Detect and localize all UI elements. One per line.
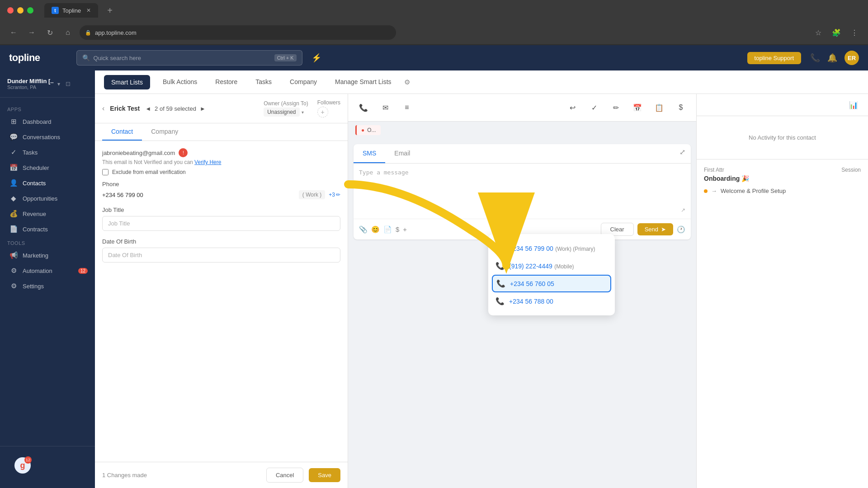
sidebar-item-contacts[interactable]: 👤 Contacts: [2, 175, 93, 191]
sidebar-item-opportunities[interactable]: ◆ Opportunities: [2, 191, 93, 206]
maximize-window-btn[interactable]: [27, 7, 33, 14]
sidebar-item-scheduler[interactable]: 📅 Scheduler: [2, 160, 93, 175]
phone-popup-item-4[interactable]: 📞 +234 56 788 00: [488, 292, 615, 310]
schedule-icon[interactable]: 🕐: [677, 225, 685, 234]
sidebar-item-conversations[interactable]: 💬 Conversations: [2, 129, 93, 145]
refresh-button[interactable]: ↻: [43, 26, 56, 39]
first-attr-label: First Attr: [704, 167, 724, 173]
search-box[interactable]: 🔍 Quick search here Ctrl + K: [76, 50, 302, 66]
support-button[interactable]: topline Support: [747, 52, 801, 64]
marketing-icon: 📢: [9, 251, 18, 259]
back-button[interactable]: ←: [7, 26, 20, 39]
phone-edit-icon[interactable]: ✏: [336, 192, 340, 198]
browser-tab[interactable]: t Topline ✕: [44, 3, 98, 18]
panel-header: ‹ Erick Test ◄ 2 of 59 selected ► Owner …: [95, 94, 348, 123]
tab-smart-lists[interactable]: Smart Lists: [104, 75, 150, 89]
email-action-icon[interactable]: ✉: [377, 99, 393, 116]
alert-icon-1: ●: [361, 127, 364, 133]
user-avatar[interactable]: ER: [844, 51, 859, 65]
close-window-btn[interactable]: [7, 7, 14, 14]
job-title-input[interactable]: [102, 216, 340, 231]
more-menu-icon[interactable]: ⋮: [848, 26, 861, 39]
expand-icon: ↗: [359, 207, 685, 213]
sidebar-item-contracts[interactable]: 📄 Contracts: [2, 221, 93, 237]
panel-back-button[interactable]: ‹: [102, 104, 104, 113]
followers-add-button[interactable]: +: [317, 107, 328, 117]
tab-tasks[interactable]: Tasks: [250, 72, 277, 93]
guidde-g-icon: g: [20, 461, 25, 470]
layout-icon[interactable]: ⊡: [66, 80, 71, 87]
task-action-icon[interactable]: ✓: [586, 99, 602, 116]
no-activity-text: No Activity for this contact: [706, 134, 859, 141]
sidebar-item-marketing[interactable]: 📢 Marketing: [2, 248, 93, 263]
tab-close-icon[interactable]: ✕: [86, 7, 91, 14]
owner-value[interactable]: Unassigned: [264, 108, 299, 117]
panel-tabs: Contact Company: [95, 123, 348, 141]
selection-next-icon[interactable]: ►: [200, 105, 206, 112]
selection-prev-icon[interactable]: ◄: [145, 105, 151, 112]
sidebar-guidde-widget[interactable]: g 12: [0, 450, 95, 481]
bell-icon[interactable]: 🔔: [827, 53, 837, 63]
panel-tab-contact[interactable]: Contact: [102, 123, 142, 141]
exclude-checkbox[interactable]: [102, 169, 108, 175]
call-action-icon[interactable]: 📞: [355, 99, 372, 116]
phone-popup-item-2[interactable]: 📞 (919) 222-4449 (Mobile): [488, 257, 615, 275]
tab-manage-smart-lists[interactable]: Manage Smart Lists: [330, 72, 397, 93]
app-header: topline 🔍 Quick search here Ctrl + K ⚡ t…: [0, 45, 868, 70]
owner-dropdown-icon[interactable]: ▾: [302, 110, 304, 115]
phone-popup-item-1[interactable]: 📞 +234 56 799 00 (Work) (Primary): [488, 239, 615, 257]
dob-input[interactable]: [102, 248, 340, 263]
sidebar-item-revenue[interactable]: 💰 Revenue: [2, 206, 93, 221]
cancel-button[interactable]: Cancel: [266, 468, 303, 483]
onboarding-arrow-icon: →: [711, 188, 717, 194]
sms-tabs: SMS Email ⤢: [354, 144, 691, 164]
sms-tab[interactable]: SMS: [354, 144, 385, 163]
calendar-action-icon[interactable]: 📅: [629, 99, 646, 116]
phone-popup-item-3-highlighted[interactable]: 📞 +234 56 760 05: [492, 275, 611, 292]
plus-icon[interactable]: +: [403, 225, 407, 233]
chart-icon[interactable]: 📊: [846, 98, 861, 112]
minimize-window-btn[interactable]: [17, 7, 24, 14]
payment-action-icon[interactable]: $: [673, 99, 689, 116]
org-selector[interactable]: Dunder Mifflin [.. Scranton, PA ▾ ⊡: [0, 78, 95, 98]
bookmark-icon[interactable]: ☆: [812, 26, 825, 39]
menu-action-icon[interactable]: ≡: [399, 99, 415, 116]
tab-company[interactable]: Company: [284, 72, 322, 93]
phone-header-icon[interactable]: 📞: [810, 53, 820, 63]
phone-add-button[interactable]: +3 ✏: [329, 192, 340, 198]
org-chevron-icon: ▾: [57, 81, 60, 87]
address-bar[interactable]: 🔒 app.topline.com: [80, 25, 396, 40]
settings-gear-icon[interactable]: ⚙: [404, 78, 410, 86]
verify-here-link[interactable]: Verify Here: [194, 159, 221, 165]
document-icon[interactable]: 📄: [383, 225, 392, 234]
toolbar-right: ☆ 🧩 ⋮: [812, 26, 861, 39]
edit-action-icon[interactable]: ✏: [608, 99, 624, 116]
send-button[interactable]: Send ➤: [637, 223, 673, 235]
sms-textarea[interactable]: [359, 169, 685, 205]
email-tab[interactable]: Email: [385, 144, 419, 163]
sidebar-item-settings[interactable]: ⚙ Settings: [2, 278, 93, 294]
phone-type-2: (Mobile): [554, 263, 574, 270]
sidebar-item-automation[interactable]: ⚙ Automation 12: [2, 263, 93, 278]
forward-button[interactable]: →: [25, 26, 38, 39]
panel-tab-company[interactable]: Company: [142, 123, 187, 141]
emoji-icon[interactable]: 😊: [371, 225, 380, 234]
tab-restore[interactable]: Restore: [210, 72, 243, 93]
send-icon: ➤: [661, 226, 666, 233]
expand-sms-icon[interactable]: ⤢: [674, 144, 691, 163]
reply-action-icon[interactable]: ↩: [564, 99, 580, 116]
dashboard-icon: ⊞: [9, 117, 18, 126]
attachment-icon[interactable]: 📎: [359, 225, 368, 234]
scheduler-icon: 📅: [9, 164, 18, 172]
extensions-icon[interactable]: 🧩: [830, 26, 843, 39]
lightning-icon[interactable]: ⚡: [311, 53, 321, 63]
notes-action-icon[interactable]: 📋: [651, 99, 667, 116]
phone-popup[interactable]: 📞 +234 56 799 00 (Work) (Primary) 📞 (919…: [488, 234, 615, 315]
tab-bulk-actions[interactable]: Bulk Actions: [157, 72, 203, 93]
save-button[interactable]: Save: [309, 468, 340, 482]
new-tab-button[interactable]: +: [107, 5, 113, 16]
sidebar-item-dashboard[interactable]: ⊞ Dashboard: [2, 114, 93, 129]
home-button[interactable]: ⌂: [61, 26, 74, 39]
sidebar-item-tasks[interactable]: ✓ Tasks: [2, 145, 93, 160]
dollar-icon[interactable]: $: [396, 225, 399, 233]
